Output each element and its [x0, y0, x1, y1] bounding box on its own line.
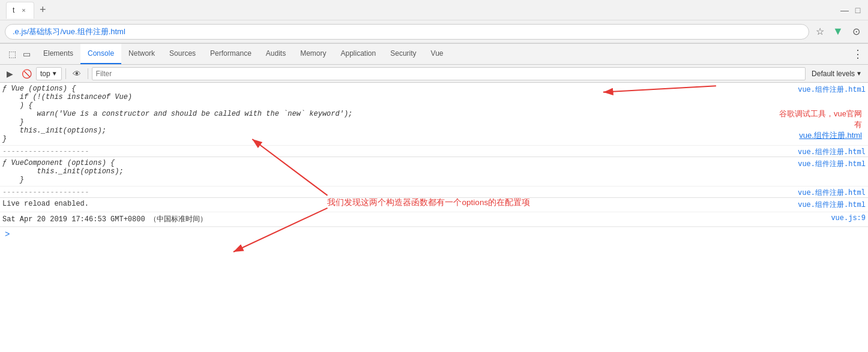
annotation-right-source: vue.组件注册.html [799, 130, 862, 141]
tab-memory[interactable]: Memory [293, 44, 333, 64]
console-entry-vuecomponent: ƒ VueComponent (options) { this._init(op… [0, 157, 868, 186]
toolbar-divider-1 [65, 68, 66, 79]
console-input-row[interactable]: > [0, 227, 868, 242]
console-entry-vue: ƒ Vue (options) { if (!(this instanceof … [0, 83, 868, 146]
window-controls: — □ [840, 6, 862, 14]
separator-text-1: -------------------- [2, 147, 89, 155]
levels-dropdown-icon: ▼ [856, 70, 862, 77]
tab-vue[interactable]: Vue [424, 44, 451, 64]
console-source-vue[interactable]: vue.组件注册.html [776, 85, 866, 95]
devtools-tab-bar: ⬚ ▭ Elements Console Network Sources Per… [0, 44, 868, 65]
console-entry-date: Sat Apr 20 2019 17:46:53 GMT+0800 （中国标准时… [0, 212, 868, 227]
minimize-button[interactable]: — [840, 6, 849, 14]
console-content-vue: ƒ Vue (options) { if (!(this instanceof … [2, 85, 776, 143]
address-bar-row: .e.js/基础练习/vue.组件注册.html ☆ ▼ ⊙ [0, 20, 868, 43]
devtools-toolbar: ▶ 🚫 top ▼ 👁 Default levels ▼ [0, 65, 868, 83]
toolbar-divider-2 [88, 68, 88, 79]
console-separator-2: -------------------- vue.组件注册.html [0, 186, 868, 198]
context-dropdown-icon: ▼ [52, 70, 58, 77]
clear-console-icon[interactable]: 🚫 [19, 67, 34, 81]
console-source-vuecomponent[interactable]: vue.组件注册.html [776, 159, 866, 169]
devtools-left-icons: ⬚ ▭ [2, 44, 36, 64]
annotation-right-line2: 有 [854, 119, 862, 130]
context-selector[interactable]: top ▼ [36, 67, 62, 80]
default-levels-selector[interactable]: Default levels ▼ [808, 68, 866, 79]
console-entry-livereload: Live reload enabled. vue.组件注册.html [0, 198, 868, 212]
devtools-panel: ⬚ ▭ Elements Console Network Sources Per… [0, 43, 868, 352]
maximize-button[interactable]: □ [854, 6, 862, 14]
default-levels-label: Default levels [812, 70, 855, 78]
tab-console[interactable]: Console [80, 44, 121, 64]
url-text: .e.js/基础练习/vue.组件注册.html [13, 26, 125, 37]
tab-performance[interactable]: Performance [203, 44, 259, 64]
console-prompt: > [5, 230, 10, 239]
console-output[interactable]: ƒ Vue (options) { if (!(this instanceof … [0, 83, 868, 352]
devtools-more-button[interactable]: ⋮ [848, 44, 868, 64]
tab-title: t [13, 6, 14, 14]
console-content-vuecomponent: ƒ VueComponent (options) { this._init(op… [2, 159, 776, 184]
tab-close-button[interactable]: × [19, 6, 28, 14]
separator-text-2: -------------------- [2, 188, 89, 196]
separator-source-2[interactable]: vue.组件注册.html [776, 188, 866, 198]
eye-icon[interactable]: 👁 [70, 67, 84, 81]
tab-sources[interactable]: Sources [162, 44, 203, 64]
filter-input[interactable] [92, 67, 806, 80]
tab-network[interactable]: Network [121, 44, 162, 64]
console-source-date[interactable]: vue.js:9 [776, 214, 866, 222]
right-annotation: 谷歌调试工具，vue官网 有 vue.组件注册.html [779, 109, 862, 141]
address-bar[interactable]: .e.js/基础练习/vue.组件注册.html [5, 24, 809, 40]
console-separator-1: -------------------- vue.组件注册.html [0, 146, 868, 157]
tab-audits[interactable]: Audits [259, 44, 293, 64]
address-bar-icons: ☆ ▼ ⊙ [813, 25, 863, 39]
browser-tab[interactable]: t × [6, 2, 34, 19]
sidebar-toggle-icon[interactable]: ▶ [2, 67, 17, 81]
tab-elements[interactable]: Elements [36, 44, 80, 64]
console-content-date: Sat Apr 20 2019 17:46:53 GMT+0800 （中国标准时… [2, 214, 776, 224]
separator-source-1[interactable]: vue.组件注册.html [776, 147, 866, 157]
device-toolbar-icon[interactable]: ▭ [20, 48, 32, 60]
inspect-element-icon[interactable]: ⬚ [6, 48, 18, 60]
tab-security[interactable]: Security [383, 44, 423, 64]
console-source-livereload[interactable]: vue.组件注册.html [776, 200, 866, 210]
bookmark-icon[interactable]: ☆ [813, 25, 827, 39]
annotation-right-line1: 谷歌调试工具，vue官网 [779, 109, 862, 119]
title-bar: t × + — □ [0, 0, 868, 20]
console-content-livereload: Live reload enabled. [2, 200, 776, 208]
vue-devtools-icon[interactable]: ▼ [831, 25, 845, 39]
new-tab-button[interactable]: + [34, 2, 51, 19]
profile-icon[interactable]: ⊙ [849, 25, 863, 39]
tab-application[interactable]: Application [334, 44, 384, 64]
context-value: top [40, 70, 50, 78]
